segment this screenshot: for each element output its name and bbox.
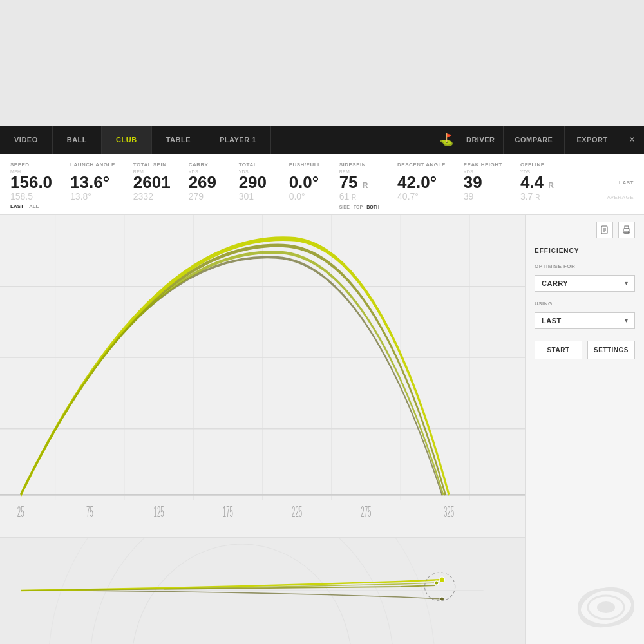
tab-ball[interactable]: BALL bbox=[53, 126, 102, 154]
svg-point-35 bbox=[597, 601, 615, 613]
tab-club[interactable]: CLUB bbox=[102, 126, 152, 154]
sidebar: EFFICIENCY OPTIMISE FOR CARRY ▾ USING LA… bbox=[525, 215, 644, 644]
trajectory-chart: 25 75 125 175 225 275 325 bbox=[0, 215, 525, 538]
both-btn[interactable]: BOTH bbox=[366, 205, 379, 209]
svg-text:175: 175 bbox=[223, 503, 233, 520]
driver-icon: ⛳ bbox=[434, 133, 459, 147]
sidebar-buttons: START SETTINGS bbox=[535, 341, 635, 359]
print-icon bbox=[622, 225, 631, 234]
side-btn[interactable]: SIDE bbox=[339, 205, 350, 209]
stat-sidespin: SIDESPIN RPM 75 R 61 R SIDE TOP BOTH bbox=[339, 162, 379, 209]
svg-text:275: 275 bbox=[361, 503, 371, 520]
svg-rect-32 bbox=[625, 231, 629, 233]
stat-speed: SPEED MPH 156.0 158.5 LAST ALL bbox=[10, 162, 52, 209]
optimise-dropdown-arrow: ▾ bbox=[625, 279, 628, 287]
sidebar-icons bbox=[535, 222, 635, 238]
using-dropdown-arrow: ▾ bbox=[625, 317, 628, 324]
optimise-for-label: OPTIMISE FOR bbox=[535, 263, 635, 269]
settings-button[interactable]: SETTINGS bbox=[587, 341, 635, 359]
export-button[interactable]: EXPORT bbox=[564, 126, 619, 154]
efficiency-title: EFFICIENCY bbox=[535, 247, 635, 254]
topview-svg bbox=[0, 538, 525, 644]
tab-video[interactable]: VIDEO bbox=[0, 126, 53, 154]
last-avg-labels: LAST AVERAGE bbox=[607, 162, 634, 200]
print-button[interactable] bbox=[618, 222, 635, 238]
callaway-watermark bbox=[577, 587, 635, 631]
nav-bar: VIDEO BALL CLUB TABLE PLAYER 1 ⛳ DRIVER … bbox=[0, 126, 644, 154]
using-dropdown[interactable]: LAST ▾ bbox=[535, 312, 635, 329]
stat-descent-angle: DESCENT ANGLE 42.0° 40.7° bbox=[397, 162, 446, 202]
svg-text:125: 125 bbox=[154, 503, 164, 520]
svg-text:325: 325 bbox=[444, 503, 454, 520]
stat-peak-height: PEAK HEIGHT YDS 39 39 bbox=[464, 162, 502, 202]
compare-button[interactable]: COMPARE bbox=[503, 126, 565, 154]
topview-chart bbox=[0, 538, 525, 644]
start-button[interactable]: START bbox=[535, 341, 582, 359]
tab-table[interactable]: TABLE bbox=[152, 126, 205, 154]
stat-offline: OFFLINE YDS 4.4 R 3.7 R bbox=[520, 162, 554, 202]
svg-text:25: 25 bbox=[17, 503, 24, 520]
trajectory-svg: 25 75 125 175 225 275 325 bbox=[0, 215, 525, 537]
svg-point-25 bbox=[425, 573, 455, 601]
close-button[interactable]: × bbox=[620, 134, 644, 146]
pdf-icon bbox=[600, 225, 609, 234]
stat-total: TOTAL YDS 290 301 bbox=[239, 162, 271, 202]
top-spacer bbox=[0, 0, 644, 126]
nav-spacer bbox=[271, 126, 434, 154]
tab-player1[interactable]: PLAYER 1 bbox=[205, 126, 271, 154]
main-panel: VIDEO BALL CLUB TABLE PLAYER 1 ⛳ DRIVER … bbox=[0, 126, 644, 644]
stat-push-pull: PUSH/PULL 0.0° 0.0° bbox=[289, 162, 321, 202]
optimise-value: CARRY bbox=[542, 279, 568, 287]
svg-rect-31 bbox=[625, 226, 629, 229]
top-btn[interactable]: TOP bbox=[354, 205, 363, 209]
pdf-button[interactable] bbox=[596, 222, 613, 238]
driver-label: DRIVER bbox=[459, 136, 503, 144]
stats-row: SPEED MPH 156.0 158.5 LAST ALL LAUNCH AN… bbox=[0, 154, 644, 215]
stat-launch-angle: LAUNCH ANGLE 13.6° 13.8° bbox=[70, 162, 115, 202]
charts-and-sidebar: 25 75 125 175 225 275 325 bbox=[0, 215, 644, 644]
svg-point-22 bbox=[439, 577, 445, 582]
svg-text:75: 75 bbox=[86, 503, 93, 520]
last-btn[interactable]: LAST bbox=[10, 204, 24, 209]
all-btn[interactable]: ALL bbox=[29, 204, 39, 209]
using-label: USING bbox=[535, 301, 635, 307]
stat-carry: CARRY YDS 269 279 bbox=[189, 162, 221, 202]
charts-area: 25 75 125 175 225 275 325 bbox=[0, 215, 525, 644]
app-container: VIDEO BALL CLUB TABLE PLAYER 1 ⛳ DRIVER … bbox=[0, 0, 644, 644]
svg-point-23 bbox=[435, 581, 439, 585]
stat-total-spin: TOTAL SPIN RPM 2601 2332 bbox=[133, 162, 171, 202]
using-value: LAST bbox=[542, 317, 562, 325]
svg-text:225: 225 bbox=[292, 503, 302, 520]
optimise-dropdown[interactable]: CARRY ▾ bbox=[535, 275, 635, 292]
nav-right: ⛳ DRIVER COMPARE EXPORT × bbox=[434, 126, 644, 154]
